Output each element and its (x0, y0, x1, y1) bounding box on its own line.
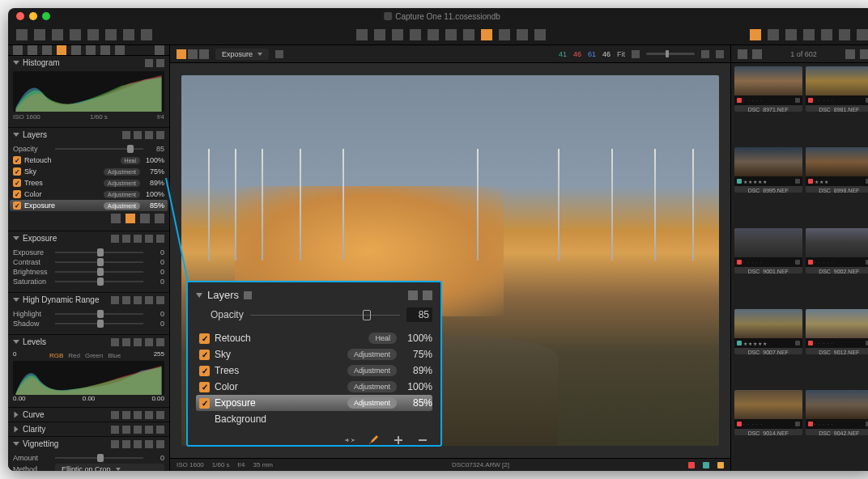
tag-red[interactable] (688, 462, 695, 468)
panel-help-icon[interactable] (134, 131, 142, 139)
user-icon[interactable] (860, 49, 868, 59)
star-rating[interactable]: · · · · · (743, 98, 794, 103)
panel-help-icon[interactable] (122, 426, 130, 434)
panel-copy-icon[interactable] (145, 338, 153, 346)
color-tag[interactable] (737, 260, 742, 265)
undo-icon[interactable] (87, 29, 99, 40)
layer-row[interactable]: SkyAdjustment75% (13, 166, 164, 177)
tag-green[interactable] (703, 462, 709, 468)
amount-slider[interactable] (55, 457, 143, 459)
slider-track[interactable] (55, 261, 143, 263)
lens-tab-icon[interactable] (42, 45, 52, 55)
grid-icon[interactable] (821, 29, 832, 40)
add-layer-icon[interactable] (140, 214, 150, 223)
add-layer-icon[interactable] (392, 434, 405, 447)
star-rating[interactable]: · · · · · (743, 260, 794, 265)
slider-track[interactable] (55, 313, 143, 315)
pin-icon[interactable] (244, 291, 252, 299)
erase-icon[interactable] (499, 29, 510, 40)
zoom-icon[interactable] (392, 29, 403, 40)
thumb-circle-icon[interactable] (795, 422, 800, 426)
panel-help-icon[interactable] (122, 296, 130, 304)
color-tag[interactable] (737, 422, 742, 426)
checkbox-icon[interactable] (199, 366, 210, 376)
color-tag[interactable] (808, 422, 813, 426)
thumbnail[interactable]: · · · · ·DSC_9002.NEF (806, 228, 869, 273)
brush-icon[interactable] (481, 29, 492, 40)
add-icon[interactable] (275, 50, 283, 58)
color-tag[interactable] (808, 341, 813, 345)
callout-expand-icon[interactable] (408, 290, 418, 300)
color-tag[interactable] (737, 179, 742, 184)
levels-tab[interactable]: Red (68, 352, 80, 359)
screens-icon[interactable] (750, 29, 761, 40)
checkbox-icon[interactable] (13, 156, 21, 164)
thumbnail[interactable]: · · · · ·DSC_9014.NEF (734, 390, 802, 435)
brush-layer-icon[interactable] (126, 214, 135, 223)
adjustments-tab-icon[interactable] (86, 45, 96, 55)
library-tab-icon[interactable] (13, 45, 23, 55)
panel-help-icon[interactable] (122, 235, 130, 243)
layer-row[interactable]: TreesAdjustment89% (13, 177, 164, 189)
folder-icon[interactable] (52, 29, 63, 40)
star-rating[interactable]: · · · · · (815, 260, 865, 265)
slider-track[interactable] (55, 252, 143, 253)
filter-icon[interactable] (752, 49, 762, 59)
layer-row[interactable]: ColorAdjustment100% (13, 189, 164, 200)
amount-value[interactable]: 0 (147, 454, 164, 462)
chevron-down-icon[interactable] (13, 298, 19, 302)
spot-icon[interactable] (463, 29, 474, 40)
chevron-down-icon[interactable] (13, 442, 19, 446)
star-rating[interactable]: · · · · · (815, 98, 865, 103)
callout-layer-row[interactable]: RetouchHeal100% (196, 330, 432, 346)
zoom-slider[interactable] (646, 53, 695, 55)
levels-b0[interactable]: 0.00 (13, 395, 26, 402)
levels-min[interactable]: 0 (13, 350, 16, 361)
star-rating[interactable]: ★★★ (815, 179, 865, 184)
pin-icon[interactable] (111, 440, 119, 448)
close-button[interactable] (16, 12, 24, 20)
star-rating[interactable]: ★★★★★ (743, 179, 794, 184)
glasses-icon[interactable] (857, 29, 868, 40)
text-icon[interactable] (141, 29, 152, 40)
hand-icon[interactable] (374, 29, 385, 40)
opacity-slider[interactable] (55, 148, 143, 150)
clip-warn-icon[interactable] (701, 50, 709, 58)
checkbox-icon[interactable] (13, 201, 21, 210)
pin-icon[interactable] (111, 296, 119, 304)
annotation-icon[interactable] (534, 29, 546, 40)
select-icon[interactable] (356, 29, 368, 40)
pin-icon[interactable] (111, 338, 119, 346)
capture-tab-icon[interactable] (28, 45, 37, 55)
keystone-icon[interactable] (445, 29, 457, 40)
opacity-value[interactable]: 85 (406, 307, 432, 322)
thumbnail[interactable]: ★★★★★DSC_8995.NEF (734, 147, 802, 193)
star-rating[interactable]: ★★★★★ (743, 341, 794, 346)
gradient-icon[interactable] (517, 29, 528, 40)
layer-row[interactable]: ExposureAdjustment85% (10, 200, 168, 211)
crop-icon[interactable] (410, 29, 421, 40)
checkbox-icon[interactable] (199, 382, 210, 392)
callout-layer-row[interactable]: TreesAdjustment89% (196, 362, 432, 379)
help-icon[interactable] (155, 45, 164, 55)
callout-layer-row[interactable]: SkyAdjustment75% (196, 346, 432, 362)
exposure-tab-icon[interactable] (57, 45, 66, 55)
maximize-button[interactable] (42, 12, 50, 20)
tag-yellow[interactable] (717, 462, 724, 468)
panel-reset-icon[interactable] (134, 296, 142, 304)
chevron-down-icon[interactable] (13, 236, 19, 240)
checkbox-icon[interactable] (199, 350, 210, 360)
checkbox-icon[interactable] (13, 179, 21, 187)
color-tag[interactable] (737, 98, 742, 103)
thumb-circle-icon[interactable] (795, 98, 800, 103)
levels-tab[interactable]: Green (85, 352, 103, 359)
panel-reset-icon[interactable] (134, 338, 142, 346)
chevron-right-icon[interactable] (15, 426, 19, 433)
star-rating[interactable]: · · · · · (743, 422, 794, 426)
warning-icon[interactable] (839, 29, 850, 40)
panel-help-icon[interactable] (122, 338, 130, 346)
thumbnail[interactable]: · · · · ·DSC_9001.NEF (734, 228, 802, 273)
thumbnail[interactable]: ★★★DSC_8998.NEF (806, 147, 869, 193)
thumb-circle-icon[interactable] (795, 341, 800, 345)
pin-icon[interactable] (111, 235, 119, 243)
